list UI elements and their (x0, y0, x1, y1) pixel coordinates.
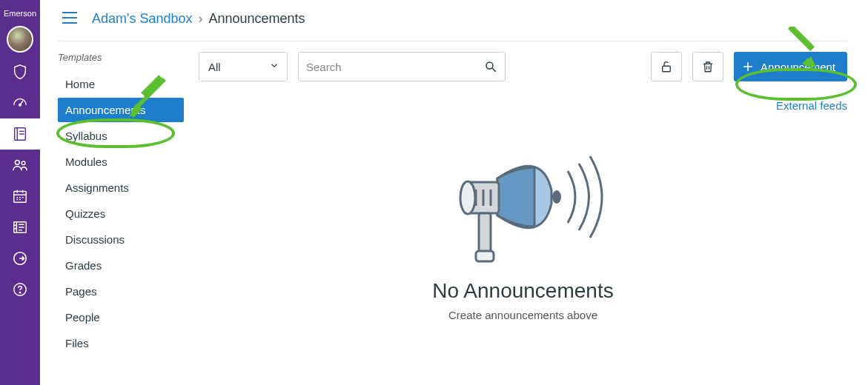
delete-button[interactable] (692, 52, 723, 81)
dashboard-nav-item[interactable] (0, 87, 40, 118)
breadcrumb: Adam's Sandbox › Announcements (92, 11, 305, 27)
search-input[interactable] (306, 61, 484, 73)
svg-rect-18 (476, 251, 494, 261)
svg-point-0 (19, 104, 21, 106)
svg-point-9 (486, 62, 493, 69)
lock-button[interactable] (651, 52, 682, 81)
svg-point-8 (19, 292, 20, 292)
toolbar: All (199, 52, 847, 81)
main: All (191, 52, 847, 385)
header: Adam's Sandbox › Announcements (58, 7, 847, 41)
sidebar-item-home[interactable]: Home (58, 72, 184, 96)
sidebar-item-quizzes[interactable]: Quizzes (58, 201, 184, 226)
unlock-icon (660, 60, 673, 73)
svg-point-3 (21, 161, 25, 165)
calendar-nav-item[interactable] (0, 181, 40, 212)
brand-label: Emerson (4, 4, 36, 25)
svg-point-11 (552, 190, 561, 204)
gauge-icon (12, 95, 28, 111)
admin-nav-item[interactable] (0, 56, 40, 87)
chevron-down-icon (269, 61, 279, 73)
empty-state-title: No Announcements (432, 279, 613, 303)
filter-select[interactable]: All (199, 52, 288, 81)
svg-rect-4 (14, 192, 27, 203)
hamburger-button[interactable] (58, 7, 82, 30)
logout-icon (12, 250, 28, 267)
hamburger-icon (61, 10, 79, 25)
course-nav: Templates Home Announcements Syllabus Mo… (58, 52, 191, 385)
empty-state: No Announcements Create announcements ab… (199, 127, 847, 321)
logout-nav-item[interactable] (0, 243, 40, 274)
breadcrumb-current: Announcements (209, 11, 305, 27)
shield-icon (12, 64, 28, 80)
svg-rect-17 (479, 213, 491, 256)
search-icon (484, 60, 497, 73)
svg-point-2 (15, 160, 19, 164)
book-icon (12, 126, 28, 142)
empty-state-subtitle: Create announcements above (448, 309, 597, 321)
svg-point-13 (460, 181, 475, 214)
sidebar-item-announcements[interactable]: Announcements (58, 98, 184, 122)
filter-selected-value: All (208, 61, 221, 73)
external-feeds-link[interactable]: External feeds (776, 99, 847, 112)
sidebar-item-pages[interactable]: Pages (58, 279, 184, 304)
courses-nav-item[interactable] (0, 118, 40, 150)
templates-label: Templates (58, 52, 184, 63)
people-icon (11, 157, 29, 173)
plus-icon (741, 60, 755, 73)
inbox-icon (12, 219, 28, 235)
add-announcement-label: Announcement (761, 61, 835, 73)
add-announcement-button[interactable]: Announcement (734, 52, 847, 81)
svg-rect-10 (663, 66, 671, 72)
sidebar-item-files[interactable]: Files (58, 331, 184, 355)
sidebar-item-grades[interactable]: Grades (58, 253, 184, 278)
avatar (7, 26, 33, 53)
calendar-icon (12, 188, 28, 204)
sidebar-item-modules[interactable]: Modules (58, 150, 184, 174)
account-avatar[interactable] (0, 25, 40, 56)
groups-nav-item[interactable] (0, 150, 40, 181)
breadcrumb-separator: › (199, 11, 203, 27)
inbox-nav-item[interactable] (0, 212, 40, 243)
sidebar-item-assignments[interactable]: Assignments (58, 175, 184, 200)
global-nav: Emerson (0, 0, 40, 385)
breadcrumb-link[interactable]: Adam's Sandbox (92, 11, 193, 27)
trash-icon (701, 60, 715, 73)
sidebar-item-discussions[interactable]: Discussions (58, 227, 184, 252)
sidebar-item-people[interactable]: People (58, 305, 184, 329)
megaphone-icon (427, 127, 620, 267)
help-nav-item[interactable] (0, 274, 40, 305)
search-field-wrap (298, 52, 506, 81)
help-icon (12, 281, 28, 298)
sidebar-item-syllabus[interactable]: Syllabus (58, 124, 184, 148)
